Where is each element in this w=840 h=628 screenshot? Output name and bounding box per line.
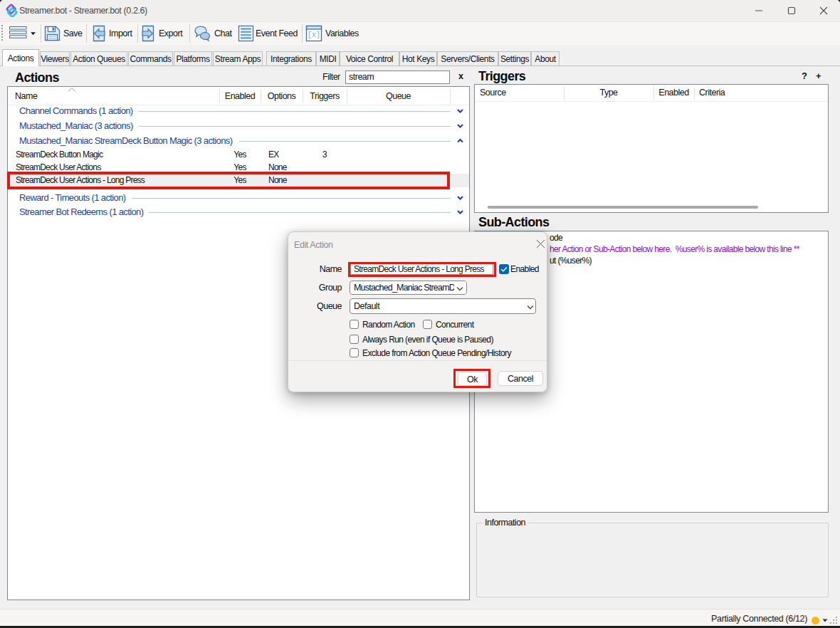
svg-text:[x]: [x] [308, 31, 320, 39]
